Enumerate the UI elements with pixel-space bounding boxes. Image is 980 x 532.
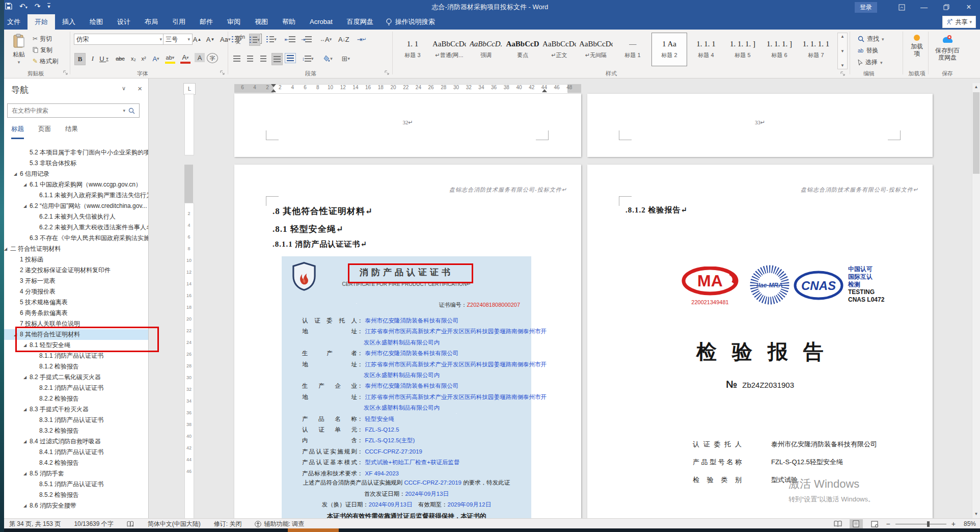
style-item-标题 1[interactable]: —标题 1 xyxy=(615,33,650,66)
word-count[interactable]: 10/13639 个字 xyxy=(74,520,113,528)
zoom-slider[interactable] xyxy=(895,524,946,524)
align-right-button[interactable] xyxy=(258,53,268,64)
minimize-button[interactable]: — xyxy=(913,0,935,14)
align-center-button[interactable] xyxy=(245,53,255,64)
menu-tab-邮件[interactable]: 邮件 xyxy=(193,14,220,30)
menu-tab-帮助[interactable]: 帮助 xyxy=(275,14,303,30)
collapse-triangle-icon[interactable]: ◢ xyxy=(4,244,7,254)
tell-me-search[interactable]: 操作说明搜索 xyxy=(380,14,440,30)
nav-heading-item[interactable]: 8.5.2 检验报告 xyxy=(4,490,148,500)
nav-tab-标题[interactable]: 标题 xyxy=(11,125,24,139)
font-family-select[interactable]: 仿宋▾ xyxy=(74,34,165,45)
align-left-button[interactable] xyxy=(232,53,242,64)
collapse-triangle-icon[interactable]: ◢ xyxy=(14,169,17,179)
nav-heading-item[interactable]: 4 分项报价表 xyxy=(4,286,148,297)
format-painter-button[interactable]: ✎格式刷 xyxy=(33,56,58,66)
style-item-标题 3[interactable]: 1. 1标题 3 xyxy=(395,33,430,66)
menu-tab-文件[interactable]: 文件 xyxy=(0,14,28,30)
page-33[interactable]: 33↵ xyxy=(587,94,933,157)
style-item-标题 7[interactable]: 1. 1. 1. 1标题 7 xyxy=(798,33,834,66)
page-35[interactable]: 盘锦志合消防技术服务有限公司-投标文件↵ .8.1.2 检验报告↵ MA 220… xyxy=(587,165,933,518)
nav-tab-页面[interactable]: 页面 xyxy=(38,125,51,139)
nav-heading-item[interactable]: 8.2.2 检验报告 xyxy=(4,393,148,404)
save-to-netdisk-button[interactable]: 保存到百度网盘 xyxy=(933,34,962,61)
nav-heading-item[interactable]: 8.4.2 检验报告 xyxy=(4,458,148,468)
zoom-level[interactable]: 85% xyxy=(964,520,976,527)
nav-heading-item[interactable]: ◢6.1 中国政府采购网（www.ccgp.gov.cn） xyxy=(4,179,148,190)
nav-heading-item[interactable]: 8.1.1 消防产品认证证书 xyxy=(4,351,148,361)
underline-button[interactable]: U ▾ xyxy=(99,53,109,64)
proofing-icon[interactable] xyxy=(127,521,134,527)
multilevel-list-button[interactable]: ▾ xyxy=(266,34,277,45)
nav-heading-item[interactable]: ◢8.4 过滤式消防自救呼吸器 xyxy=(4,436,148,447)
search-icon[interactable] xyxy=(128,108,135,114)
nav-heading-item[interactable]: 8.3.2 检验报告 xyxy=(4,425,148,436)
nav-heading-item[interactable]: ◢8.2 手提式二氧化碳灭火器 xyxy=(4,372,148,383)
collapse-triangle-icon[interactable]: ◢ xyxy=(23,500,26,511)
page-32[interactable]: 32↵ xyxy=(234,94,581,157)
nav-heading-item[interactable]: 6.2.2 未被列入重大税收违法案件当事人名单 xyxy=(4,222,148,233)
sort-button[interactable]: A↓Z xyxy=(338,34,349,45)
first-line-indent-marker[interactable] xyxy=(271,84,276,87)
nav-heading-item[interactable]: 6.3 不存在《中华人民共和国政府采购法实施... xyxy=(4,233,148,244)
font-size-select[interactable]: 三号▾ xyxy=(163,34,193,45)
menu-tab-设计[interactable]: 设计 xyxy=(110,14,138,30)
font-color-button[interactable]: A▾ xyxy=(180,53,190,64)
collapse-triangle-icon[interactable]: ◢ xyxy=(23,436,26,447)
copy-button[interactable]: 复制 xyxy=(33,45,52,55)
nav-heading-item[interactable]: 5 技术规格偏离表 xyxy=(4,297,148,308)
nav-heading-item[interactable]: ◢8.3 手提式干粉灭火器 xyxy=(4,404,148,415)
tab-selector[interactable]: L xyxy=(183,83,196,95)
menu-tab-百度网盘[interactable]: 百度网盘 xyxy=(340,14,380,30)
nav-close-icon[interactable]: × xyxy=(138,84,142,93)
styles-dialog-launcher-icon[interactable] xyxy=(840,71,847,77)
bullets-button[interactable]: ▾ xyxy=(232,34,242,45)
asian-layout-button[interactable]: ↔A▾ xyxy=(320,34,332,45)
accessibility-indicator[interactable]: 辅助功能: 调查 xyxy=(255,520,304,528)
clipboard-dialog-launcher-icon[interactable] xyxy=(63,70,69,76)
share-button[interactable]: 共享 ▾ xyxy=(942,16,976,28)
highlight-color-button[interactable]: ab▾ xyxy=(165,53,175,64)
nav-heading-item[interactable]: 6.2.1 未被列入失信被执行人 xyxy=(4,211,148,222)
style-item-要点[interactable]: AaBbCcD要点 xyxy=(505,33,540,66)
style-item-标题 6[interactable]: 1. 1. 1. ]标题 6 xyxy=(761,33,797,66)
borders-button[interactable]: ⊞▾ xyxy=(341,53,351,64)
zoom-slider-thumb[interactable] xyxy=(927,521,930,527)
page-indicator[interactable]: 第 34 页, 共 153 页 xyxy=(9,520,61,528)
distribute-button[interactable] xyxy=(285,53,296,63)
zoom-in-button[interactable]: + xyxy=(951,520,956,528)
style-item-标题 2[interactable]: 1 Aa标题 2 xyxy=(651,33,687,66)
style-item-标题 4[interactable]: 1. 1. 1标题 4 xyxy=(688,33,724,66)
menu-tab-Acrobat[interactable]: Acrobat xyxy=(303,14,340,30)
nav-heading-item[interactable]: 5.3 非联合体投标 xyxy=(4,158,148,169)
nav-chevron-down-icon[interactable]: ∨ xyxy=(122,85,126,92)
justify-button[interactable] xyxy=(271,53,283,65)
scroll-up-icon[interactable]: ▲ xyxy=(972,83,980,91)
shrink-font-button[interactable]: A▼ xyxy=(205,34,215,45)
page-34[interactable]: 盘锦志合消防技术服务有限公司-投标文件↵ .8 其他符合性证明材料↵ .8.1 … xyxy=(234,165,581,518)
styles-gallery-scroll[interactable]: ▲▼▼ xyxy=(837,33,848,69)
nav-heading-item[interactable]: ◢8.5 消防手套 xyxy=(4,468,148,479)
print-layout-button[interactable] xyxy=(850,519,863,528)
style-item-↵无间隔[interactable]: AaBbCcDc↵无间隔 xyxy=(578,33,614,66)
show-hide-marks-button[interactable]: ⇥↵ xyxy=(357,34,367,45)
replace-button[interactable]: ab替换 xyxy=(858,46,878,55)
nav-heading-item[interactable]: ◢6 信用记录 xyxy=(4,169,148,179)
collapse-triangle-icon[interactable]: ◢ xyxy=(23,179,26,190)
nav-heading-item[interactable]: 3 开标一览表 xyxy=(4,276,148,286)
change-case-button[interactable]: Aa▾ xyxy=(220,34,230,45)
find-button[interactable]: 查找▾ xyxy=(858,35,884,43)
addins-button[interactable]: 加载项 xyxy=(908,35,926,57)
bold-button[interactable]: B xyxy=(74,53,86,65)
restore-button[interactable] xyxy=(935,0,958,14)
horizontal-ruler[interactable]: 6422468101214161820222426283032343638404… xyxy=(196,83,972,94)
track-changes-indicator[interactable]: 修订: 关闭 xyxy=(214,520,242,528)
strikethrough-button[interactable]: abc xyxy=(115,53,125,64)
menu-tab-插入[interactable]: 插入 xyxy=(55,14,83,30)
right-indent-marker[interactable] xyxy=(542,89,547,92)
style-item-强调[interactable]: AaBbCcD.强调 xyxy=(468,33,504,66)
collapse-triangle-icon[interactable]: ◢ xyxy=(23,201,26,211)
read-mode-button[interactable] xyxy=(831,519,845,528)
italic-button[interactable]: I xyxy=(88,53,98,64)
nav-heading-item[interactable]: 6.1.1 未被列入政府采购严重违法失信行为... xyxy=(4,190,148,201)
